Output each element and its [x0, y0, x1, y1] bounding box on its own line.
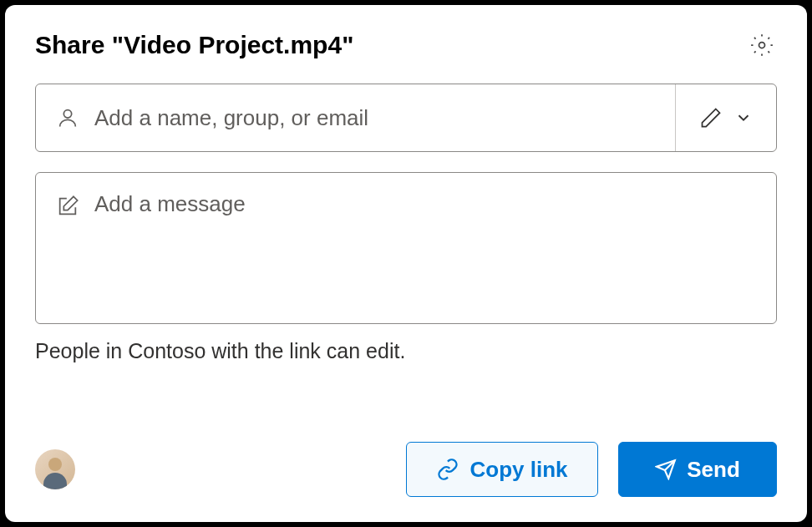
copy-link-button[interactable]: Copy link	[406, 442, 598, 497]
gear-icon	[750, 33, 774, 57]
name-input[interactable]	[94, 105, 655, 131]
name-field-container	[35, 84, 777, 152]
svg-point-0	[759, 43, 765, 48]
dialog-title: Share "Video Project.mp4"	[35, 31, 353, 59]
compose-icon	[56, 195, 79, 218]
svg-point-1	[63, 110, 71, 118]
send-button[interactable]: Send	[618, 442, 777, 497]
shared-by-avatar[interactable]	[35, 449, 75, 489]
dialog-footer: Copy link Send	[35, 442, 777, 497]
name-input-wrap	[36, 84, 675, 151]
footer-button-group: Copy link Send	[406, 442, 777, 497]
chevron-down-icon	[734, 109, 753, 127]
dialog-header: Share "Video Project.mp4"	[35, 30, 777, 60]
message-field-container	[35, 172, 777, 324]
send-label: Send	[687, 457, 740, 483]
share-dialog: Share "Video Project.mp4"	[5, 5, 807, 522]
copy-link-label: Copy link	[469, 457, 567, 483]
pencil-icon	[699, 106, 723, 129]
permission-dropdown-button[interactable]	[675, 84, 776, 151]
message-input[interactable]	[94, 191, 756, 305]
permission-info-text: People in Contoso with the link can edit…	[35, 339, 777, 363]
link-icon	[436, 458, 459, 481]
person-icon	[56, 106, 79, 129]
settings-button[interactable]	[747, 30, 777, 60]
send-icon	[655, 459, 677, 480]
